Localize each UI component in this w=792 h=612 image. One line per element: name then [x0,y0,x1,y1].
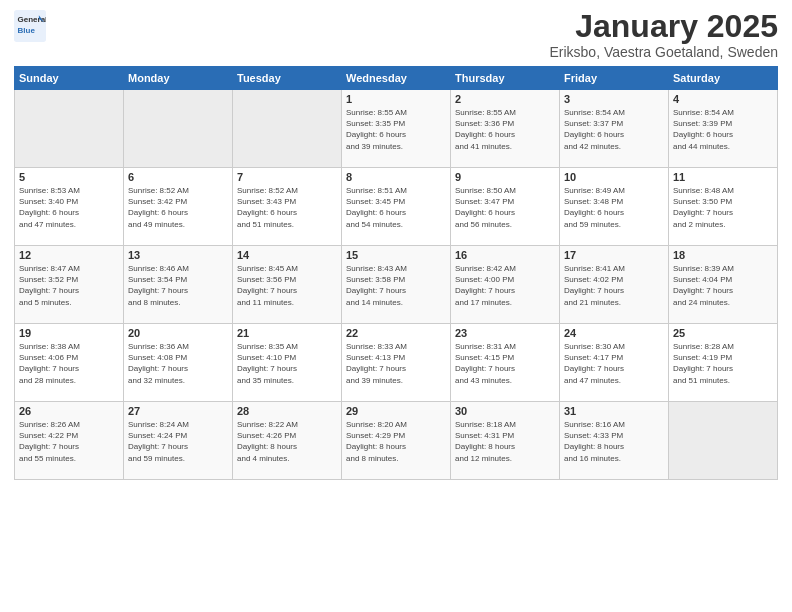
calendar-title: January 2025 [549,10,778,42]
day-number: 6 [128,171,228,183]
day-info: Sunrise: 8:47 AM Sunset: 3:52 PM Dayligh… [19,263,119,308]
day-number: 12 [19,249,119,261]
day-number: 13 [128,249,228,261]
day-number: 7 [237,171,337,183]
day-info: Sunrise: 8:18 AM Sunset: 4:31 PM Dayligh… [455,419,555,464]
day-info: Sunrise: 8:50 AM Sunset: 3:47 PM Dayligh… [455,185,555,230]
day-number: 25 [673,327,773,339]
day-cell: 8Sunrise: 8:51 AM Sunset: 3:45 PM Daylig… [342,168,451,246]
calendar-page: General Blue January 2025 Eriksbo, Vaest… [0,0,792,612]
logo-icon: General Blue [14,10,46,42]
day-number: 3 [564,93,664,105]
day-cell: 3Sunrise: 8:54 AM Sunset: 3:37 PM Daylig… [560,90,669,168]
title-block: January 2025 Eriksbo, Vaestra Goetaland,… [549,10,778,60]
day-number: 20 [128,327,228,339]
day-info: Sunrise: 8:46 AM Sunset: 3:54 PM Dayligh… [128,263,228,308]
day-number: 31 [564,405,664,417]
day-number: 23 [455,327,555,339]
day-cell: 27Sunrise: 8:24 AM Sunset: 4:24 PM Dayli… [124,402,233,480]
day-info: Sunrise: 8:49 AM Sunset: 3:48 PM Dayligh… [564,185,664,230]
calendar-subtitle: Eriksbo, Vaestra Goetaland, Sweden [549,44,778,60]
day-cell: 18Sunrise: 8:39 AM Sunset: 4:04 PM Dayli… [669,246,778,324]
calendar-table: SundayMondayTuesdayWednesdayThursdayFrid… [14,66,778,480]
day-info: Sunrise: 8:39 AM Sunset: 4:04 PM Dayligh… [673,263,773,308]
day-cell: 23Sunrise: 8:31 AM Sunset: 4:15 PM Dayli… [451,324,560,402]
day-info: Sunrise: 8:16 AM Sunset: 4:33 PM Dayligh… [564,419,664,464]
day-cell: 16Sunrise: 8:42 AM Sunset: 4:00 PM Dayli… [451,246,560,324]
day-info: Sunrise: 8:26 AM Sunset: 4:22 PM Dayligh… [19,419,119,464]
logo: General Blue [14,10,46,42]
week-row-0: 1Sunrise: 8:55 AM Sunset: 3:35 PM Daylig… [15,90,778,168]
day-cell [233,90,342,168]
day-info: Sunrise: 8:55 AM Sunset: 3:35 PM Dayligh… [346,107,446,152]
day-number: 4 [673,93,773,105]
day-info: Sunrise: 8:42 AM Sunset: 4:00 PM Dayligh… [455,263,555,308]
weekday-thursday: Thursday [451,67,560,90]
day-info: Sunrise: 8:53 AM Sunset: 3:40 PM Dayligh… [19,185,119,230]
day-cell: 11Sunrise: 8:48 AM Sunset: 3:50 PM Dayli… [669,168,778,246]
day-cell: 29Sunrise: 8:20 AM Sunset: 4:29 PM Dayli… [342,402,451,480]
day-info: Sunrise: 8:33 AM Sunset: 4:13 PM Dayligh… [346,341,446,386]
day-cell: 9Sunrise: 8:50 AM Sunset: 3:47 PM Daylig… [451,168,560,246]
day-number: 30 [455,405,555,417]
week-row-3: 19Sunrise: 8:38 AM Sunset: 4:06 PM Dayli… [15,324,778,402]
day-info: Sunrise: 8:51 AM Sunset: 3:45 PM Dayligh… [346,185,446,230]
day-cell: 12Sunrise: 8:47 AM Sunset: 3:52 PM Dayli… [15,246,124,324]
weekday-wednesday: Wednesday [342,67,451,90]
day-cell [669,402,778,480]
day-number: 8 [346,171,446,183]
day-number: 5 [19,171,119,183]
day-info: Sunrise: 8:43 AM Sunset: 3:58 PM Dayligh… [346,263,446,308]
day-cell: 6Sunrise: 8:52 AM Sunset: 3:42 PM Daylig… [124,168,233,246]
weekday-friday: Friday [560,67,669,90]
day-cell: 25Sunrise: 8:28 AM Sunset: 4:19 PM Dayli… [669,324,778,402]
day-cell: 22Sunrise: 8:33 AM Sunset: 4:13 PM Dayli… [342,324,451,402]
svg-text:Blue: Blue [18,26,36,35]
weekday-tuesday: Tuesday [233,67,342,90]
day-number: 24 [564,327,664,339]
day-number: 29 [346,405,446,417]
day-cell: 17Sunrise: 8:41 AM Sunset: 4:02 PM Dayli… [560,246,669,324]
day-cell [124,90,233,168]
header: General Blue January 2025 Eriksbo, Vaest… [14,10,778,60]
day-cell: 30Sunrise: 8:18 AM Sunset: 4:31 PM Dayli… [451,402,560,480]
weekday-monday: Monday [124,67,233,90]
week-row-4: 26Sunrise: 8:26 AM Sunset: 4:22 PM Dayli… [15,402,778,480]
day-cell [15,90,124,168]
day-number: 9 [455,171,555,183]
day-number: 18 [673,249,773,261]
day-cell: 14Sunrise: 8:45 AM Sunset: 3:56 PM Dayli… [233,246,342,324]
day-info: Sunrise: 8:52 AM Sunset: 3:42 PM Dayligh… [128,185,228,230]
day-info: Sunrise: 8:30 AM Sunset: 4:17 PM Dayligh… [564,341,664,386]
day-info: Sunrise: 8:28 AM Sunset: 4:19 PM Dayligh… [673,341,773,386]
week-row-2: 12Sunrise: 8:47 AM Sunset: 3:52 PM Dayli… [15,246,778,324]
day-cell: 10Sunrise: 8:49 AM Sunset: 3:48 PM Dayli… [560,168,669,246]
day-cell: 26Sunrise: 8:26 AM Sunset: 4:22 PM Dayli… [15,402,124,480]
day-info: Sunrise: 8:24 AM Sunset: 4:24 PM Dayligh… [128,419,228,464]
day-number: 1 [346,93,446,105]
day-number: 28 [237,405,337,417]
day-cell: 21Sunrise: 8:35 AM Sunset: 4:10 PM Dayli… [233,324,342,402]
day-info: Sunrise: 8:45 AM Sunset: 3:56 PM Dayligh… [237,263,337,308]
day-number: 11 [673,171,773,183]
day-cell: 1Sunrise: 8:55 AM Sunset: 3:35 PM Daylig… [342,90,451,168]
day-info: Sunrise: 8:31 AM Sunset: 4:15 PM Dayligh… [455,341,555,386]
day-number: 2 [455,93,555,105]
day-cell: 15Sunrise: 8:43 AM Sunset: 3:58 PM Dayli… [342,246,451,324]
day-cell: 24Sunrise: 8:30 AM Sunset: 4:17 PM Dayli… [560,324,669,402]
day-info: Sunrise: 8:52 AM Sunset: 3:43 PM Dayligh… [237,185,337,230]
day-number: 15 [346,249,446,261]
day-info: Sunrise: 8:48 AM Sunset: 3:50 PM Dayligh… [673,185,773,230]
day-cell: 20Sunrise: 8:36 AM Sunset: 4:08 PM Dayli… [124,324,233,402]
day-info: Sunrise: 8:20 AM Sunset: 4:29 PM Dayligh… [346,419,446,464]
day-info: Sunrise: 8:41 AM Sunset: 4:02 PM Dayligh… [564,263,664,308]
day-cell: 2Sunrise: 8:55 AM Sunset: 3:36 PM Daylig… [451,90,560,168]
day-number: 26 [19,405,119,417]
week-row-1: 5Sunrise: 8:53 AM Sunset: 3:40 PM Daylig… [15,168,778,246]
day-info: Sunrise: 8:54 AM Sunset: 3:39 PM Dayligh… [673,107,773,152]
day-number: 27 [128,405,228,417]
weekday-sunday: Sunday [15,67,124,90]
day-cell: 5Sunrise: 8:53 AM Sunset: 3:40 PM Daylig… [15,168,124,246]
day-info: Sunrise: 8:38 AM Sunset: 4:06 PM Dayligh… [19,341,119,386]
day-info: Sunrise: 8:55 AM Sunset: 3:36 PM Dayligh… [455,107,555,152]
